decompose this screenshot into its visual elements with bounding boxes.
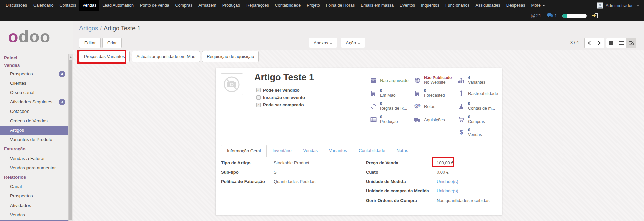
menu-contatos[interactable]: Contatos: [56, 0, 79, 11]
field-value-unidade-de-compra-link[interactable]: Unidade(s): [437, 186, 497, 196]
stat-button-forecasted[interactable]: 0Forecasted: [410, 87, 454, 100]
sidebar-scrollbar[interactable]: [68, 54, 73, 221]
checkbox-label: Pode ser vendido: [263, 88, 299, 93]
sidebar-item-variantes-de-produto[interactable]: Variantes de Produto: [0, 135, 69, 144]
menu-compras[interactable]: Compras: [172, 0, 196, 11]
arrows-v-icon: [457, 90, 466, 97]
menu-vendas[interactable]: Vendas: [79, 0, 99, 11]
procurement-request-button[interactable]: Requisição de aquisição: [202, 51, 259, 62]
sidebar-header-vendas[interactable]: Vendas: [0, 62, 69, 69]
systray-row: @21 1: [0, 11, 644, 21]
logout-button[interactable]: [592, 13, 598, 18]
messages-counter[interactable]: 1: [547, 13, 557, 18]
field-label-politica-de-faturacao: Politica de Faturação: [221, 177, 269, 186]
scroll-up-icon[interactable]: [69, 56, 72, 58]
scrollbar-thumb[interactable]: [69, 60, 72, 220]
mentions-counter[interactable]: @21: [531, 13, 541, 18]
user-menu[interactable]: Administrador: [597, 0, 644, 11]
sidebar-nav: Painel Vendas Prospectos4 Clientes O seu…: [0, 54, 69, 220]
event-registration-checkbox[interactable]: Inscrição em evento: [256, 94, 305, 101]
list-view-icon: [619, 41, 624, 45]
stat-button-procurements[interactable]: Aquisições: [410, 113, 454, 126]
stat-button-reordering-rules[interactable]: 0Regras de R...: [366, 100, 410, 113]
sidebar-item-prospectos[interactable]: Prospectos4: [0, 69, 69, 79]
stat-button-variants[interactable]: 4Variantes: [454, 74, 498, 87]
menu-contabilidade[interactable]: Contabilidade: [272, 0, 304, 11]
sidebar-item-prospectos-relatorio[interactable]: Prospectos: [0, 191, 69, 201]
menu-producao[interactable]: Produção: [219, 0, 244, 11]
sidebar-item-atividades[interactable]: Atividades: [0, 201, 69, 210]
menu-funcionarios[interactable]: Funcionários: [442, 0, 473, 11]
odoo-logo-rest: doo: [19, 27, 51, 46]
fields-left-group: Tipo de Artigo Sub-tipo Politica de Fatu…: [221, 158, 361, 205]
menu-ponto-de-venda[interactable]: Ponto de venda: [137, 0, 172, 11]
stat-button-routes[interactable]: ⚙⚙ Rotas: [410, 100, 454, 113]
sidebar-item-atividades-seguintes[interactable]: Atividades Seguintes3: [0, 97, 69, 107]
can-be-purchased-checkbox[interactable]: ✓ Pode ser comprado: [256, 101, 305, 108]
tab-vendas[interactable]: Vendas: [298, 145, 323, 157]
menu-assiduidades[interactable]: Assiduidades: [473, 0, 503, 11]
action-dropdown[interactable]: Ação: [341, 38, 365, 48]
pager-previous-button[interactable]: [584, 38, 594, 48]
stat-button-archived[interactable]: Não arquivado: [366, 74, 410, 87]
tab-notas[interactable]: Notas: [391, 145, 414, 157]
sidebar-item-vendas-a-faturar[interactable]: Vendas a Faturar: [0, 154, 69, 163]
menu-armazem[interactable]: Armazém: [195, 0, 219, 11]
stat-button-traceability[interactable]: Rastreabilidade: [454, 87, 498, 100]
form-view-button[interactable]: [626, 38, 636, 48]
product-image-placeholder[interactable]: [221, 73, 243, 95]
sidebar-item-artigos[interactable]: Artigos: [0, 126, 69, 135]
sidebar-item-vendas-relatorio[interactable]: Vendas: [0, 210, 69, 220]
menu-more[interactable]: More: [528, 0, 548, 11]
variant-prices-button[interactable]: Preços das Variantes: [79, 51, 130, 62]
timer-widget[interactable]: [562, 14, 587, 18]
stat-button-putaway-accounts[interactable]: 0Contas de m...: [454, 100, 498, 113]
menu-despesas[interactable]: Despesas: [503, 0, 528, 11]
sidebar-item-vendas-para-aumentar[interactable]: Vendas para aumentar ...: [0, 163, 69, 173]
sidebar-item-o-seu-canal[interactable]: O seu canal: [0, 88, 69, 97]
sidebar-item-canal[interactable]: Canal: [0, 182, 69, 191]
kanban-view-button[interactable]: [606, 38, 616, 48]
stat-button-sales[interactable]: $ 0Vendas: [454, 126, 498, 139]
field-value-unidade-de-medida-link[interactable]: Unidade(s): [437, 177, 497, 186]
camera-icon: [223, 76, 240, 93]
menu-projeto[interactable]: Projeto: [304, 0, 323, 11]
stat-button-on-hand[interactable]: 0Em Mão: [366, 87, 410, 100]
stat-button-purchases[interactable]: 0Compras: [454, 113, 498, 126]
stat-button-manufacturing[interactable]: 0Produção: [366, 113, 410, 126]
menu-lead-automation[interactable]: Lead Automation: [99, 0, 137, 11]
pager-next-button[interactable]: [594, 38, 604, 48]
breadcrumb-parent-link[interactable]: Artigos: [79, 25, 98, 32]
menu-reparacoes[interactable]: Reparações: [243, 0, 272, 11]
sidebar-item-ordens-de-vendas[interactable]: Ordens de Vendas: [0, 116, 69, 126]
gears-icon: ⚙⚙: [413, 104, 422, 109]
menu-calendario[interactable]: Calendário: [30, 0, 56, 11]
create-button[interactable]: Criar: [102, 38, 122, 48]
sidebar-header-painel[interactable]: Painel: [0, 54, 69, 62]
menu-discussoes[interactable]: Discussões: [3, 0, 30, 11]
list-view-button[interactable]: [616, 38, 626, 48]
menu-eventos[interactable]: Eventos: [397, 0, 418, 11]
dollar-icon: $: [457, 129, 466, 136]
menu-folha-de-horas[interactable]: Folha de Horas: [323, 0, 358, 11]
partially-visible-item: [0, 220, 69, 221]
attachments-dropdown[interactable]: Anexos: [309, 38, 337, 48]
field-label-unidade-de-medida: Unidade de Medida: [366, 177, 432, 186]
menu-emails-em-massa[interactable]: Emails em massa: [358, 0, 397, 11]
sidebar-item-cotacoes[interactable]: Cotações: [0, 107, 69, 116]
tab-inventario[interactable]: Inventário: [267, 145, 297, 157]
tab-contabilidade[interactable]: Contabilidade: [353, 145, 391, 157]
cart-icon: [457, 117, 466, 123]
sitemap-icon: [457, 77, 466, 83]
sidebar-item-clientes[interactable]: Clientes: [0, 79, 69, 88]
tab-variantes[interactable]: Variantes: [323, 145, 353, 157]
breadcrumb-current: Artigo Teste 1: [104, 25, 141, 32]
update-quantity-on-hand-button[interactable]: Actualizar quantidade em Mão: [132, 51, 200, 62]
edit-button[interactable]: Editar: [79, 38, 101, 48]
sidebar-header-relatorios: Relatórios: [0, 173, 69, 182]
building-icon: [369, 90, 378, 96]
menu-inqueritos[interactable]: Inquéritos: [418, 0, 442, 11]
can-be-sold-checkbox[interactable]: ✓ Pode ser vendido: [256, 86, 305, 94]
tab-informacao-geral[interactable]: Informação Geral: [221, 145, 267, 157]
stat-button-website-published[interactable]: Não PublicadoNo Website: [410, 74, 454, 87]
